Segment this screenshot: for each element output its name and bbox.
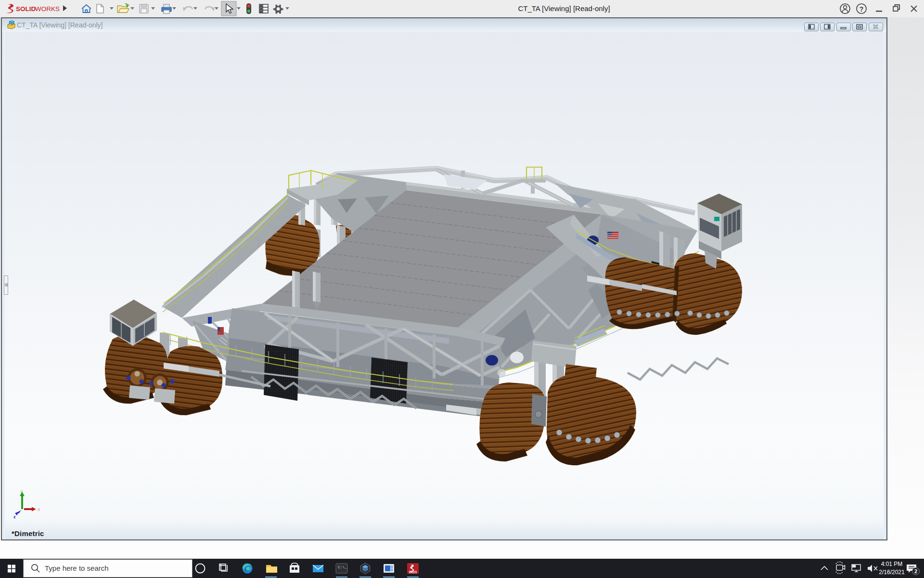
svg-text:x: x [38,507,40,512]
svg-text:C:\_: C:\_ [338,565,347,569]
svg-text:2: 2 [914,568,917,574]
svg-text:?: ? [860,5,864,13]
svg-text:2021: 2021 [409,570,417,574]
svg-text:SOLID: SOLID [16,5,36,13]
svg-text:z: z [13,514,16,519]
svg-text:WORKS: WORKS [35,5,60,13]
